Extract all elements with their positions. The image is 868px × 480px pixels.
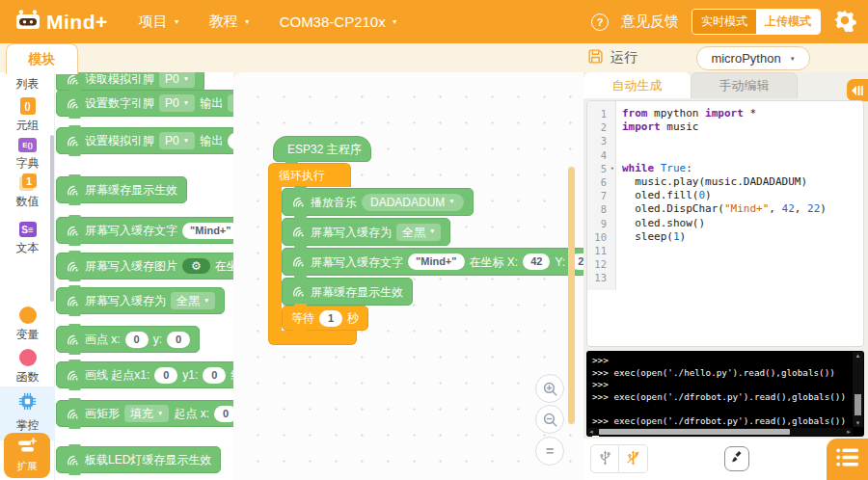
settings-gear-icon[interactable] (833, 9, 856, 36)
block-dropdown[interactable]: P0▼ (159, 72, 195, 88)
chevron-down-icon: ▼ (203, 298, 209, 305)
esp32-main-hat-block[interactable]: ESP32 主程序 (273, 136, 371, 162)
block-dropdown[interactable]: 全黑▼ (396, 224, 441, 241)
sidebar-item-dict[interactable]: E()字典 (0, 138, 55, 172)
scroll-left-icon[interactable]: ◄ (588, 428, 594, 436)
terminal-line: >>> (592, 355, 849, 367)
block-input[interactable]: 1 (319, 310, 342, 327)
sidebar-item-function[interactable]: 函数 (0, 349, 55, 386)
sidebar-item-label: 元组 (16, 118, 40, 134)
scroll-up-icon[interactable]: ▲ (853, 352, 863, 360)
draw-line-block[interactable]: 画线 起点x1:0y1:0终点x2: (56, 361, 233, 388)
chevron-down-icon: ▼ (244, 18, 251, 25)
upload-mode-button[interactable]: 上传模式 (756, 10, 820, 34)
extensions-button[interactable]: 扩展 (4, 433, 50, 478)
collapse-panel-button[interactable] (847, 79, 868, 101)
sidebar-item-tuple[interactable]: ()元组 (0, 97, 55, 134)
scroll-down-icon[interactable]: ▼ (853, 419, 863, 427)
tab-modules[interactable]: 模块 (6, 43, 78, 74)
draw-rect-block[interactable]: 画矩形填充▼起点 x:0 (56, 400, 233, 427)
play-music-block[interactable]: 播放音乐DADADADUM▼ (282, 188, 474, 216)
screen-buffer-show-block[interactable]: 屏幕缓存显示生效 (282, 278, 413, 306)
code-panel: 自动生成 手动编辑 12345▾678910111213 from mpytho… (583, 72, 868, 480)
screen-write-text-block[interactable]: 屏幕写入缓存文字"Mind+"在坐标 X:42Y:22 (282, 248, 583, 276)
language-select[interactable]: microPython ▼ (696, 46, 810, 70)
sidebar-item-variable[interactable]: 变量 (0, 307, 55, 343)
block-input[interactable]: "Mind+" (182, 223, 233, 239)
set-analog-pin-block[interactable]: 设置模拟引脚P0▼输出6 (56, 127, 233, 154)
sidebar-item-text[interactable]: S≡文本 (0, 222, 55, 256)
chevron-down-icon: ▼ (429, 228, 435, 235)
set-digital-pin-block[interactable]: 设置数字引脚P0▼输出低▼ (56, 90, 233, 117)
sidebar-item-number[interactable]: 1数值 (0, 173, 55, 210)
zoom-out-button[interactable] (535, 405, 564, 434)
screen-write-text-block[interactable]: 屏幕写入缓存文字"Mind+"在坐标 X: (56, 217, 233, 244)
block-input[interactable]: 0 (203, 367, 226, 384)
sidebar-scrollbar[interactable] (50, 135, 54, 302)
terminal-menu-button[interactable] (827, 439, 868, 480)
block-dropdown[interactable]: DADADADUM▼ (362, 194, 464, 211)
run-label: 运行 (610, 49, 637, 67)
block-label: 秒 (347, 312, 359, 324)
line-number: 7 (587, 189, 615, 202)
block-input[interactable]: 0 (125, 332, 149, 348)
function-icon (19, 349, 37, 366)
block-input[interactable]: 42 (523, 253, 550, 270)
line-number: 11 (587, 244, 615, 257)
menu-device[interactable]: COM38-CP210x▼ (280, 13, 398, 31)
mindplus-app: Mind+ 项目▼教程▼COM38-CP210x▼ ? 意见反馈 实时模式 上传… (0, 0, 868, 480)
line-number: 5▾ (587, 162, 615, 175)
block-label: 输出 (200, 135, 223, 147)
line-number: 4 (587, 148, 615, 162)
extension-blocks-icon (17, 438, 38, 458)
screen-fill-block[interactable]: 屏幕写入缓存为全黑▼ (56, 287, 225, 314)
onboard-led-show-block[interactable]: 板载LED灯缓存显示生效 (56, 446, 221, 473)
canvas-scrollbar[interactable] (568, 167, 575, 424)
block-input[interactable]: 0 (154, 367, 177, 384)
code-editor: 12345▾678910111213 from mpython import *… (586, 100, 864, 347)
mindplus-block-icon (291, 254, 306, 269)
draw-point-block[interactable]: 画点 x:0y:0 (56, 326, 200, 353)
scroll-right-icon[interactable]: ► (846, 428, 852, 436)
block-dropdown[interactable]: P0▼ (159, 132, 195, 149)
list-menu-icon (835, 446, 859, 472)
terminal-vscrollbar[interactable]: ▲ ▼ (853, 352, 863, 427)
forever-loop-block[interactable]: 循环执行 (268, 163, 351, 187)
screen-buffer-show-block[interactable]: 屏幕缓存显示生效 (56, 176, 187, 203)
fold-arrow-icon[interactable]: ▾ (610, 162, 614, 175)
zoom-reset-button[interactable]: = (535, 437, 564, 466)
screen-fill-block[interactable]: 屏幕写入缓存为全黑▼ (282, 218, 450, 246)
block-dropdown[interactable]: 全黑▼ (171, 292, 215, 309)
gear-icon[interactable]: ⚙ (182, 258, 210, 274)
terminal[interactable]: >>>>>> exec(open('./hello.py').read(),gl… (586, 351, 864, 437)
realtime-mode-button[interactable]: 实时模式 (692, 10, 756, 34)
usb-disconnect-button[interactable] (619, 444, 648, 473)
tab-manual-edit[interactable]: 手动编辑 (691, 72, 798, 98)
clear-terminal-button[interactable] (724, 446, 749, 471)
block-input[interactable]: 0 (214, 406, 233, 422)
menu-project[interactable]: 项目▼ (139, 13, 180, 31)
block-input[interactable]: "Mind+" (408, 253, 465, 270)
wait-seconds-block[interactable]: 等待1秒 (282, 306, 368, 331)
block-label: y1: (182, 369, 198, 381)
usb-status-button[interactable] (590, 444, 619, 473)
zoom-in-button[interactable] (535, 374, 564, 403)
block-dropdown[interactable]: 填充▼ (124, 405, 169, 422)
feedback-link[interactable]: 意见反馈 (621, 13, 679, 31)
help-icon[interactable]: ? (591, 13, 609, 31)
line-number: 3 (587, 134, 615, 147)
screen-write-image-block[interactable]: 屏幕写入缓存图片⚙在坐标 (56, 253, 233, 280)
tab-auto-generate[interactable]: 自动生成 (583, 72, 691, 98)
sidebar-item-list[interactable]: 列表 (0, 76, 55, 93)
run-button[interactable]: 运行 (587, 43, 637, 72)
block-label: 在坐标 X: (470, 256, 519, 268)
block-input[interactable]: 0 (167, 332, 190, 348)
block-canvas[interactable]: ESP32 主程序 循环执行 播放音乐DADADADUM▼屏幕写入缓存为全黑▼屏… (233, 72, 583, 480)
mindplus-logo[interactable]: Mind+ (14, 8, 108, 36)
menu-tutorial[interactable]: 教程▼ (209, 13, 251, 31)
line-number: 13 (587, 271, 615, 284)
code-line: oled.DispChar("Mind+", 42, 22) (622, 202, 863, 216)
block-dropdown[interactable]: P0▼ (159, 94, 195, 112)
board-chip-icon (17, 391, 38, 414)
terminal-hscrollbar[interactable]: ◄ ► (587, 428, 853, 436)
